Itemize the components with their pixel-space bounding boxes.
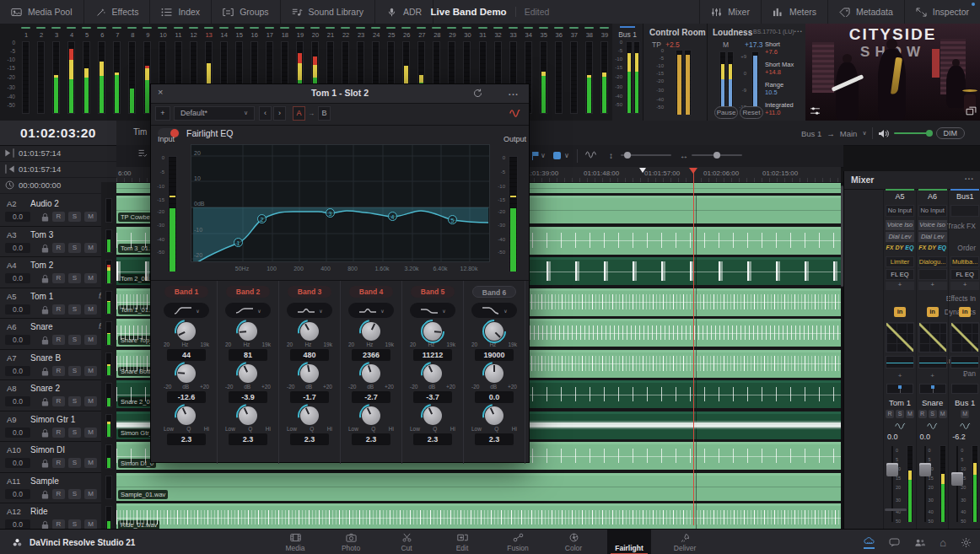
track-s-button[interactable]: S bbox=[68, 273, 81, 283]
track-gain-value[interactable]: 0.0 bbox=[5, 335, 30, 345]
add-preset-button[interactable]: + bbox=[155, 106, 170, 121]
track-s-button[interactable]: S bbox=[68, 428, 81, 438]
track-header-a6[interactable]: A6Snarefx0.0RSM bbox=[0, 319, 116, 350]
q-knob[interactable] bbox=[402, 406, 463, 425]
track-s-button[interactable]: S bbox=[68, 396, 81, 406]
q-knob[interactable] bbox=[341, 406, 401, 425]
eq-band-point-4[interactable]: 4 bbox=[388, 212, 397, 221]
knob[interactable] bbox=[300, 364, 319, 383]
mixer-effect-slot[interactable]: Limiter bbox=[886, 256, 914, 267]
horizontal-zoom-slider[interactable] bbox=[692, 154, 742, 156]
gain-knob[interactable] bbox=[402, 364, 463, 383]
reset-button[interactable]: Reset bbox=[740, 106, 763, 119]
q-value[interactable]: 2.3 bbox=[167, 433, 206, 445]
track-m-button[interactable]: M bbox=[84, 396, 97, 406]
track-m-button[interactable]: M bbox=[84, 489, 97, 499]
knob[interactable] bbox=[239, 406, 257, 425]
prev-preset-button[interactable]: ‹ bbox=[259, 106, 272, 121]
knob[interactable] bbox=[423, 322, 442, 341]
pause-button[interactable]: Pause bbox=[714, 106, 738, 119]
track-header-a10[interactable]: A10Simon DI0.0RSM bbox=[0, 442, 116, 473]
knob[interactable] bbox=[485, 406, 503, 425]
band-label[interactable]: Band 4 bbox=[349, 286, 393, 298]
track-header-a3[interactable]: A3Tom 30.0RSM bbox=[0, 227, 116, 258]
mixer-fader-value[interactable]: -6.2 bbox=[952, 433, 966, 441]
ab-compare-b[interactable]: B bbox=[318, 106, 331, 121]
mixer-effects-in-badge[interactable]: in bbox=[894, 307, 906, 317]
q-value[interactable]: 2.3 bbox=[290, 433, 329, 445]
playhead-handle[interactable] bbox=[689, 168, 697, 178]
page-tab-fusion[interactable]: Fusion bbox=[496, 530, 540, 554]
track-s-button[interactable]: S bbox=[68, 366, 81, 376]
gain-knob[interactable] bbox=[156, 364, 217, 383]
knob[interactable] bbox=[485, 322, 503, 341]
page-tab-edit[interactable]: Edit bbox=[440, 530, 484, 554]
track-s-button[interactable]: S bbox=[68, 304, 81, 315]
mixer-effects-in-badge[interactable]: in bbox=[959, 307, 971, 317]
mixer-effect-slot[interactable]: FL EQ bbox=[886, 269, 914, 280]
mixer-menu-icon[interactable]: ... bbox=[965, 172, 974, 181]
mixer-pan-control[interactable] bbox=[951, 384, 978, 394]
monitor-bus[interactable]: Bus 1 bbox=[801, 129, 821, 138]
mixer-add-effect-button[interactable]: + bbox=[918, 282, 947, 290]
track-r-button[interactable]: R bbox=[52, 243, 65, 253]
vertical-zoom-slider[interactable] bbox=[621, 154, 671, 156]
mixer-order[interactable]: FXDYEQ bbox=[886, 245, 914, 250]
filter-shape-dropdown[interactable]: ∨ bbox=[287, 303, 332, 318]
toolbar-button-groups[interactable]: Groups bbox=[212, 0, 280, 24]
track-s-button[interactable]: S bbox=[68, 212, 81, 222]
track-gain-value[interactable]: 0.0 bbox=[5, 243, 30, 253]
frequency-value[interactable]: 11212 bbox=[413, 349, 452, 361]
lock-icon[interactable] bbox=[40, 428, 51, 438]
mixer-dynamics-graph[interactable] bbox=[918, 322, 947, 352]
mixer-effect-slot[interactable]: Dialogu... bbox=[918, 256, 947, 267]
preset-dropdown[interactable]: Default* bbox=[174, 106, 255, 121]
track-s-button[interactable]: S bbox=[68, 243, 81, 253]
knob[interactable] bbox=[300, 406, 319, 425]
track-r-button[interactable]: R bbox=[52, 212, 65, 222]
frequency-value[interactable]: 44 bbox=[167, 349, 206, 361]
mixer-trackfx-chip[interactable]: Dial Lev bbox=[886, 232, 914, 242]
toolbar-button-metadata[interactable]: Metadata bbox=[827, 0, 904, 24]
band-label[interactable]: Band 5 bbox=[411, 286, 455, 298]
mixer-input-slot[interactable]: No Input bbox=[886, 205, 914, 217]
track-gain-value[interactable]: 0.0 bbox=[5, 458, 30, 468]
q-value[interactable]: 2.3 bbox=[229, 433, 267, 445]
track-gain-value[interactable]: 0.0 bbox=[5, 273, 30, 283]
mixer-effect-slot[interactable] bbox=[918, 269, 947, 280]
track-gain-value[interactable]: 0.0 bbox=[5, 304, 30, 315]
filter-shape-dropdown[interactable]: ∨ bbox=[164, 303, 209, 318]
track-r-button[interactable]: R bbox=[52, 335, 65, 345]
eq-dialog-titlebar[interactable]: × Tom 1 - Slot 2 ... bbox=[151, 84, 529, 104]
mixer-input-slot[interactable] bbox=[950, 205, 979, 217]
mixer-eq-graph[interactable] bbox=[918, 356, 947, 368]
filter-shape-dropdown[interactable]: ∨ bbox=[225, 303, 271, 318]
track-header-a2[interactable]: A2Audio 20.0RSM bbox=[0, 196, 116, 227]
gain-value[interactable]: -3.9 bbox=[229, 391, 267, 403]
cloud-icon[interactable] bbox=[864, 536, 875, 549]
track-gain-value[interactable]: 0.0 bbox=[5, 212, 30, 222]
track-header-a11[interactable]: A11Sample0.0RSM bbox=[0, 473, 116, 504]
next-preset-button[interactable]: › bbox=[273, 106, 286, 121]
timeline-marker[interactable] bbox=[639, 168, 646, 176]
toolbar-button-sound-library[interactable]: Sound Library bbox=[281, 0, 375, 24]
mixer-trackfx-chip[interactable]: Voice Iso bbox=[886, 220, 914, 230]
mixer-r-button[interactable]: R bbox=[918, 410, 927, 418]
reset-icon[interactable] bbox=[472, 89, 483, 98]
mixer-m-button[interactable]: M bbox=[939, 410, 947, 418]
track-r-button[interactable]: R bbox=[52, 489, 65, 499]
mixer-bus-send-add[interactable]: + bbox=[917, 372, 949, 379]
band-label[interactable]: Band 6 bbox=[472, 286, 516, 298]
mixer-automation-icon[interactable] bbox=[949, 422, 980, 431]
frequency-knob[interactable] bbox=[341, 322, 401, 341]
lock-icon[interactable] bbox=[40, 244, 51, 253]
mixer-horizontal-scrollbar[interactable] bbox=[885, 508, 907, 511]
track-r-button[interactable]: R bbox=[52, 273, 65, 283]
mixer-add-effect-button[interactable]: + bbox=[886, 282, 914, 290]
frequency-knob[interactable] bbox=[464, 322, 525, 341]
knob[interactable] bbox=[423, 364, 442, 383]
track-r-button[interactable]: R bbox=[52, 428, 65, 438]
monitor-dest-chevron[interactable]: ∨ bbox=[862, 130, 866, 137]
page-tab-media[interactable]: Media bbox=[273, 530, 317, 554]
eq-curve-icon[interactable] bbox=[509, 109, 520, 118]
